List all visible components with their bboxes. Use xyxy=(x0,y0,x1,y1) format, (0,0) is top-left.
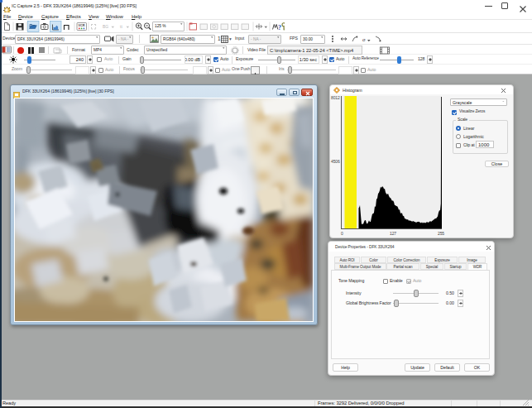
svg-text:BG: BG xyxy=(103,24,108,29)
svg-text:?: ? xyxy=(278,24,281,31)
svg-text:σ: σ xyxy=(362,37,366,42)
svg-text:tt: tt xyxy=(120,24,122,29)
svg-text:VCR: VCR xyxy=(79,24,85,27)
